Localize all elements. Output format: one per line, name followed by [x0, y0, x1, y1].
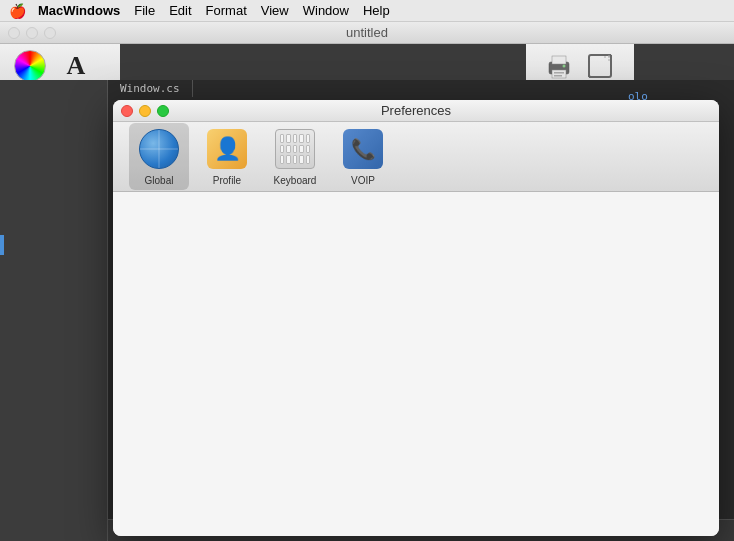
- bg-window-title: untitled: [346, 25, 388, 40]
- prefs-keyboard-tab[interactable]: Keyboard: [265, 123, 325, 190]
- sidebar-accent: [0, 235, 4, 255]
- bg-close-button[interactable]: [8, 27, 20, 39]
- fonts-icon: A: [60, 50, 92, 82]
- keyboard-icon: [273, 127, 317, 171]
- menu-macwindows[interactable]: MacWindows: [32, 0, 126, 22]
- bg-sidebar: [0, 80, 108, 541]
- svg-rect-1: [552, 56, 566, 64]
- prefs-voip-tab[interactable]: 📞 VOIP: [333, 123, 393, 190]
- prefs-maximize-button[interactable]: [157, 105, 169, 117]
- prefs-traffic-lights: [121, 105, 169, 117]
- print-icon: [545, 52, 573, 80]
- profile-icon: 👤: [205, 127, 249, 171]
- prefs-content: [113, 192, 719, 536]
- menu-format[interactable]: Format: [200, 0, 253, 22]
- profile-label: Profile: [213, 175, 241, 186]
- color-wheel-icon: [14, 50, 46, 82]
- prefs-minimize-button[interactable]: [139, 105, 151, 117]
- menu-help[interactable]: Help: [357, 0, 396, 22]
- globe-icon: [137, 127, 181, 171]
- voip-label: VOIP: [351, 175, 375, 186]
- file-tab[interactable]: Window.cs: [108, 80, 193, 97]
- svg-rect-3: [554, 72, 564, 74]
- menu-window[interactable]: Window: [297, 0, 355, 22]
- svg-rect-6: [589, 55, 611, 77]
- svg-point-5: [562, 65, 565, 68]
- resize-icon: [586, 52, 614, 80]
- keyboard-label: Keyboard: [274, 175, 317, 186]
- bg-titlebar: untitled: [0, 22, 734, 44]
- menu-edit[interactable]: Edit: [163, 0, 197, 22]
- svg-rect-4: [554, 75, 562, 77]
- prefs-titlebar: Preferences: [113, 100, 719, 122]
- svg-rect-2: [552, 70, 566, 78]
- prefs-profile-tab[interactable]: 👤 Profile: [197, 123, 257, 190]
- menu-view[interactable]: View: [255, 0, 295, 22]
- prefs-toolbar: Global 👤 Profile: [113, 122, 719, 192]
- prefs-title: Preferences: [381, 103, 451, 118]
- bg-minimize-button[interactable]: [26, 27, 38, 39]
- menubar: 🍎 MacWindows File Edit Format View Windo…: [0, 0, 734, 22]
- voip-icon: 📞: [341, 127, 385, 171]
- prefs-close-button[interactable]: [121, 105, 133, 117]
- bg-traffic-lights: [8, 27, 56, 39]
- bg-maximize-button[interactable]: [44, 27, 56, 39]
- apple-menu[interactable]: 🍎: [8, 2, 26, 20]
- prefs-global-tab[interactable]: Global: [129, 123, 189, 190]
- global-label: Global: [145, 175, 174, 186]
- preferences-dialog: Preferences Global 👤 Profile: [113, 100, 719, 536]
- menu-file[interactable]: File: [128, 0, 161, 22]
